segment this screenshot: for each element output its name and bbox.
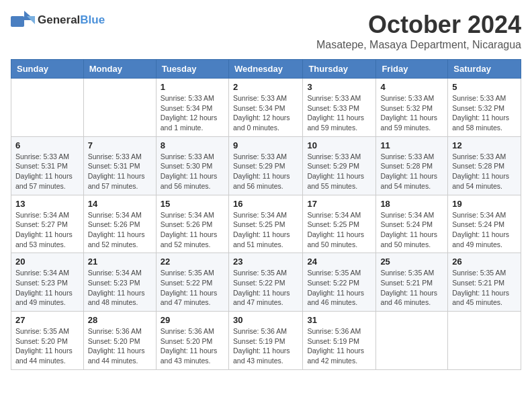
day-info: Sunrise: 5:33 AMSunset: 5:34 PMDaylight:…: [161, 93, 224, 133]
day-info: Sunrise: 5:35 AMSunset: 5:22 PMDaylight:…: [161, 268, 224, 308]
day-info: Sunrise: 5:33 AMSunset: 5:32 PMDaylight:…: [380, 93, 443, 133]
day-number: 25: [380, 257, 443, 267]
day-number: 14: [88, 199, 152, 209]
calendar-cell: 10Sunrise: 5:33 AMSunset: 5:29 PMDayligh…: [303, 136, 376, 195]
calendar-table: SundayMondayTuesdayWednesdayThursdayFrid…: [11, 59, 521, 370]
calendar-week-row: 20Sunrise: 5:34 AMSunset: 5:23 PMDayligh…: [11, 253, 521, 312]
calendar-cell: 19Sunrise: 5:34 AMSunset: 5:24 PMDayligh…: [448, 195, 521, 253]
location-subtitle: Masatepe, Masaya Department, Nicaragua: [316, 39, 521, 51]
day-info: Sunrise: 5:33 AMSunset: 5:31 PMDaylight:…: [88, 152, 152, 191]
calendar-cell: 8Sunrise: 5:33 AMSunset: 5:30 PMDaylight…: [156, 136, 228, 195]
day-number: 12: [452, 140, 517, 150]
day-number: 3: [307, 82, 371, 92]
day-info: Sunrise: 5:34 AMSunset: 5:25 PMDaylight:…: [307, 210, 371, 250]
calendar-cell: 27Sunrise: 5:35 AMSunset: 5:20 PMDayligh…: [11, 312, 84, 370]
calendar-week-row: 6Sunrise: 5:33 AMSunset: 5:31 PMDaylight…: [11, 136, 521, 195]
calendar-week-row: 27Sunrise: 5:35 AMSunset: 5:20 PMDayligh…: [11, 312, 521, 370]
day-info: Sunrise: 5:34 AMSunset: 5:25 PMDaylight:…: [233, 210, 298, 250]
day-info: Sunrise: 5:34 AMSunset: 5:26 PMDaylight:…: [88, 210, 152, 250]
calendar-cell: 7Sunrise: 5:33 AMSunset: 5:31 PMDaylight…: [83, 136, 156, 195]
day-info: Sunrise: 5:34 AMSunset: 5:27 PMDaylight:…: [15, 210, 79, 250]
day-number: 28: [88, 315, 152, 325]
day-number: 19: [452, 199, 517, 209]
day-info: Sunrise: 5:35 AMSunset: 5:22 PMDaylight:…: [307, 268, 371, 308]
calendar-header-saturday: Saturday: [448, 60, 521, 79]
day-info: Sunrise: 5:36 AMSunset: 5:20 PMDaylight:…: [88, 326, 152, 366]
calendar-cell: 1Sunrise: 5:33 AMSunset: 5:34 PMDaylight…: [156, 79, 228, 137]
logo-blue: Blue: [80, 13, 105, 27]
day-info: Sunrise: 5:35 AMSunset: 5:21 PMDaylight:…: [452, 268, 517, 308]
calendar-header-monday: Monday: [83, 60, 156, 79]
day-info: Sunrise: 5:35 AMSunset: 5:20 PMDaylight:…: [15, 326, 79, 366]
day-number: 2: [233, 82, 298, 92]
calendar-cell: 9Sunrise: 5:33 AMSunset: 5:29 PMDaylight…: [228, 136, 302, 195]
day-info: Sunrise: 5:33 AMSunset: 5:28 PMDaylight:…: [380, 152, 443, 191]
calendar-header-sunday: Sunday: [11, 60, 84, 79]
day-info: Sunrise: 5:33 AMSunset: 5:34 PMDaylight:…: [233, 93, 298, 133]
day-info: Sunrise: 5:33 AMSunset: 5:31 PMDaylight:…: [15, 152, 79, 191]
day-info: Sunrise: 5:33 AMSunset: 5:29 PMDaylight:…: [307, 152, 371, 191]
day-number: 18: [380, 199, 443, 209]
calendar-header-thursday: Thursday: [303, 60, 376, 79]
calendar-cell: 13Sunrise: 5:34 AMSunset: 5:27 PMDayligh…: [11, 195, 84, 253]
day-number: 26: [452, 257, 517, 267]
day-number: 5: [452, 82, 517, 92]
day-number: 10: [307, 140, 371, 150]
day-number: 4: [380, 82, 443, 92]
calendar-cell: [83, 79, 156, 137]
day-number: 31: [307, 315, 371, 325]
calendar-cell: 3Sunrise: 5:33 AMSunset: 5:33 PMDaylight…: [303, 79, 376, 137]
calendar-cell: 31Sunrise: 5:36 AMSunset: 5:19 PMDayligh…: [303, 312, 376, 370]
calendar-cell: [11, 79, 84, 137]
day-number: 21: [88, 257, 152, 267]
day-number: 17: [307, 199, 371, 209]
day-info: Sunrise: 5:33 AMSunset: 5:30 PMDaylight:…: [161, 152, 224, 191]
header: General Blue October 2024 Masatepe, Masa…: [11, 11, 521, 51]
day-number: 29: [161, 315, 224, 325]
calendar-cell: 2Sunrise: 5:33 AMSunset: 5:34 PMDaylight…: [228, 79, 302, 137]
calendar-week-row: 1Sunrise: 5:33 AMSunset: 5:34 PMDaylight…: [11, 79, 521, 137]
day-info: Sunrise: 5:35 AMSunset: 5:22 PMDaylight:…: [233, 268, 298, 308]
day-info: Sunrise: 5:35 AMSunset: 5:21 PMDaylight:…: [380, 268, 443, 308]
calendar-cell: 14Sunrise: 5:34 AMSunset: 5:26 PMDayligh…: [83, 195, 156, 253]
month-year-title: October 2024: [316, 11, 521, 39]
calendar-cell: 22Sunrise: 5:35 AMSunset: 5:22 PMDayligh…: [156, 253, 228, 312]
calendar-cell: 20Sunrise: 5:34 AMSunset: 5:23 PMDayligh…: [11, 253, 84, 312]
calendar-body: 1Sunrise: 5:33 AMSunset: 5:34 PMDaylight…: [11, 79, 521, 370]
day-info: Sunrise: 5:33 AMSunset: 5:32 PMDaylight:…: [452, 93, 517, 133]
calendar-cell: 17Sunrise: 5:34 AMSunset: 5:25 PMDayligh…: [303, 195, 376, 253]
day-info: Sunrise: 5:34 AMSunset: 5:26 PMDaylight:…: [161, 210, 224, 250]
day-info: Sunrise: 5:34 AMSunset: 5:24 PMDaylight:…: [380, 210, 443, 250]
svg-rect-0: [11, 16, 24, 27]
calendar-week-row: 13Sunrise: 5:34 AMSunset: 5:27 PMDayligh…: [11, 195, 521, 253]
calendar-cell: 11Sunrise: 5:33 AMSunset: 5:28 PMDayligh…: [376, 136, 448, 195]
day-number: 23: [233, 257, 298, 267]
calendar-cell: 4Sunrise: 5:33 AMSunset: 5:32 PMDaylight…: [376, 79, 448, 137]
calendar-cell: 26Sunrise: 5:35 AMSunset: 5:21 PMDayligh…: [448, 253, 521, 312]
day-number: 27: [15, 315, 79, 325]
calendar-cell: 24Sunrise: 5:35 AMSunset: 5:22 PMDayligh…: [303, 253, 376, 312]
day-number: 15: [161, 199, 224, 209]
day-info: Sunrise: 5:36 AMSunset: 5:19 PMDaylight:…: [233, 326, 298, 366]
day-number: 20: [15, 257, 79, 267]
day-number: 7: [88, 140, 152, 150]
calendar-cell: 23Sunrise: 5:35 AMSunset: 5:22 PMDayligh…: [228, 253, 302, 312]
day-number: 30: [233, 315, 298, 325]
calendar-cell: 5Sunrise: 5:33 AMSunset: 5:32 PMDaylight…: [448, 79, 521, 137]
calendar-header-row: SundayMondayTuesdayWednesdayThursdayFrid…: [11, 60, 521, 79]
day-number: 9: [233, 140, 298, 150]
calendar-cell: 21Sunrise: 5:34 AMSunset: 5:23 PMDayligh…: [83, 253, 156, 312]
day-info: Sunrise: 5:33 AMSunset: 5:29 PMDaylight:…: [233, 152, 298, 191]
day-number: 11: [380, 140, 443, 150]
calendar-header-wednesday: Wednesday: [228, 60, 302, 79]
day-number: 24: [307, 257, 371, 267]
logo: General Blue: [11, 11, 105, 30]
calendar-cell: 16Sunrise: 5:34 AMSunset: 5:25 PMDayligh…: [228, 195, 302, 253]
day-info: Sunrise: 5:34 AMSunset: 5:23 PMDaylight:…: [88, 268, 152, 308]
calendar-header-friday: Friday: [376, 60, 448, 79]
calendar-header-tuesday: Tuesday: [156, 60, 228, 79]
calendar-cell: 15Sunrise: 5:34 AMSunset: 5:26 PMDayligh…: [156, 195, 228, 253]
day-number: 1: [161, 82, 224, 92]
day-info: Sunrise: 5:34 AMSunset: 5:23 PMDaylight:…: [15, 268, 79, 308]
day-number: 6: [15, 140, 79, 150]
